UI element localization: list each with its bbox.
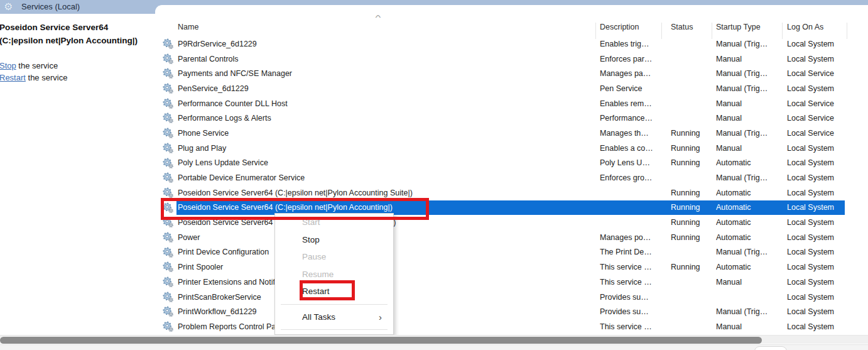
submenu-chevron-icon: › (379, 309, 382, 326)
service-name-cell: Plug and Play (178, 144, 595, 153)
table-row[interactable]: PenService_6d1229 Pen Service Manual (Tr… (155, 81, 868, 96)
stop-service-link[interactable]: Stop (0, 61, 16, 70)
status-cell: Running (671, 218, 712, 227)
service-gear-icon (163, 158, 174, 168)
table-row[interactable]: Poseidon Service Server64 (C:|epsilon ne… (155, 200, 868, 216)
table-row[interactable]: Poly Lens Update Service Poly Lens U… Ru… (155, 156, 868, 171)
horizontal-scrollbar[interactable] (0, 335, 868, 344)
service-gear-icon (163, 261, 174, 272)
table-row[interactable]: Printer Extensions and Notifications Thi… (155, 275, 868, 290)
startup-type-cell: Manual (716, 99, 783, 108)
description-cell: Enables a co… (600, 144, 665, 153)
description-cell: The Print De… (600, 248, 665, 256)
status-cell: Running (671, 263, 712, 271)
startup-type-cell: Manual (Trig… (716, 173, 783, 182)
table-row[interactable]: PrintScanBrokerService Provides su… Loca… (155, 290, 868, 305)
service-name-cell: Portable Device Enumerator Service (178, 173, 595, 182)
log-on-as-cell: Local Service (787, 69, 867, 78)
bottom-status-strip (0, 344, 868, 350)
description-cell: Manages pa… (600, 69, 665, 78)
selected-service-title-line1: Poseidon Service Server64 (0, 21, 155, 34)
table-row[interactable]: Parental Controls Enforces par… Manual L… (155, 52, 868, 67)
table-row[interactable]: PrintWorkflow_6d1229 Provides su… Manual… (155, 304, 868, 319)
description-cell: Pen Service (600, 84, 665, 93)
log-on-as-cell: Local System (787, 233, 867, 242)
table-row[interactable]: Poseidon Service Server64 (C:|epsilon ne… (155, 185, 868, 200)
log-on-as-cell: Local System (787, 322, 867, 331)
log-on-as-cell: Local System (787, 307, 867, 316)
table-row[interactable]: Performance Counter DLL Host Enables rem… (155, 96, 868, 111)
column-header-log-on-as[interactable]: Log On As (787, 23, 823, 31)
column-header-description[interactable]: Description (600, 23, 639, 31)
menu-separator (281, 304, 388, 305)
status-cell: Running (671, 129, 712, 138)
status-cell: Running (671, 158, 712, 167)
table-row[interactable]: Power Manages po… Running Automatic Loca… (155, 230, 868, 245)
log-on-as-cell: Local System (787, 158, 867, 167)
status-cell: Running (671, 233, 712, 242)
service-gear-icon (163, 112, 174, 123)
description-cell: Performance… (600, 114, 665, 123)
table-row[interactable]: Poseidon Service Server64 (C:|epsilon ne… (155, 215, 868, 230)
service-gear-icon (163, 68, 174, 79)
startup-type-cell: Automatic (716, 189, 783, 197)
description-cell: This service … (600, 278, 665, 287)
table-row[interactable]: Plug and Play Enables a co… Running Manu… (155, 141, 868, 156)
log-on-as-cell: Local System (787, 55, 867, 63)
services-gear-icon: ⚙ (4, 1, 13, 13)
restart-service-link[interactable]: Restart (0, 73, 26, 82)
service-gear-icon (163, 38, 174, 49)
context-menu-item[interactable]: Start (275, 214, 393, 231)
restart-service-line: Restart the service (0, 72, 155, 84)
context-menu-item[interactable]: All Tasks › (275, 309, 393, 326)
startup-type-cell: Manual (716, 278, 783, 287)
context-menu-item[interactable]: Resume (275, 266, 393, 283)
services-table: ^ Name Description Status Startup Type L… (155, 5, 868, 335)
column-header-startup-type[interactable]: Startup Type (716, 23, 761, 31)
menu-separator (281, 329, 388, 330)
log-on-as-cell: Local Service (787, 114, 867, 123)
log-on-as-cell: Local System (787, 278, 867, 287)
table-row[interactable]: P9RdrService_6d1229 Enables trig… Manual… (155, 36, 868, 52)
horizontal-scrollbar-thumb[interactable] (0, 337, 762, 344)
service-name-cell: Poseidon Service Server64 (C:|epsilon ne… (178, 189, 595, 197)
description-cell: Poly Lens U… (600, 158, 665, 167)
status-cell: Running (671, 144, 712, 153)
startup-type-cell: Manual (Trig… (716, 69, 783, 78)
status-cell: Running (671, 189, 712, 197)
table-row[interactable]: Print Spooler This service … Running Aut… (155, 260, 868, 275)
table-row[interactable]: Performance Logs & Alerts Performance… M… (155, 111, 868, 126)
service-name-cell: Performance Counter DLL Host (178, 99, 595, 108)
description-cell: Enables rem… (600, 99, 665, 108)
table-row[interactable]: Print Device Configuration The Print De…… (155, 245, 868, 260)
log-on-as-cell: Local Service (787, 99, 867, 108)
column-header-name[interactable]: Name (178, 23, 198, 31)
description-cell: Provides su… (600, 307, 665, 316)
log-on-as-cell: Local System (787, 189, 867, 197)
description-cell: This service … (600, 263, 665, 271)
service-name-cell: Poly Lens Update Service (178, 158, 595, 167)
service-gear-icon (163, 202, 174, 213)
services-window: ⚙ Services (Local) Poseidon Service Serv… (0, 0, 868, 350)
table-row[interactable]: Problem Reports Control Panel Support Th… (155, 319, 868, 334)
context-menu-item[interactable]: Restart (275, 283, 393, 300)
bottom-button-partial[interactable] (754, 346, 787, 350)
description-cell: Enables trig… (600, 40, 665, 48)
description-cell: Enforces gro… (600, 173, 665, 182)
table-row[interactable]: Portable Device Enumerator Service Enfor… (155, 170, 868, 185)
service-gear-icon (163, 128, 174, 138)
column-header-status[interactable]: Status (671, 23, 693, 31)
log-on-as-cell: Local System (787, 203, 867, 212)
service-rows: P9RdrService_6d1229 Enables trig… Manual… (155, 36, 868, 334)
startup-type-cell: Manual (Trig… (716, 129, 783, 138)
service-gear-icon (163, 247, 174, 258)
table-row[interactable]: Payments and NFC/SE Manager Manages pa… … (155, 66, 868, 81)
context-menu-item[interactable]: Stop (275, 231, 393, 249)
description-cell: Manages po… (600, 233, 665, 242)
service-gear-icon (163, 53, 174, 64)
table-row[interactable]: Phone Service Manages th… Running Manual… (155, 126, 868, 141)
startup-type-cell: Automatic (716, 233, 783, 242)
context-menu-item[interactable]: Pause (275, 248, 393, 266)
log-on-as-cell: Local System (787, 40, 867, 48)
log-on-as-cell: Local System (787, 173, 867, 182)
